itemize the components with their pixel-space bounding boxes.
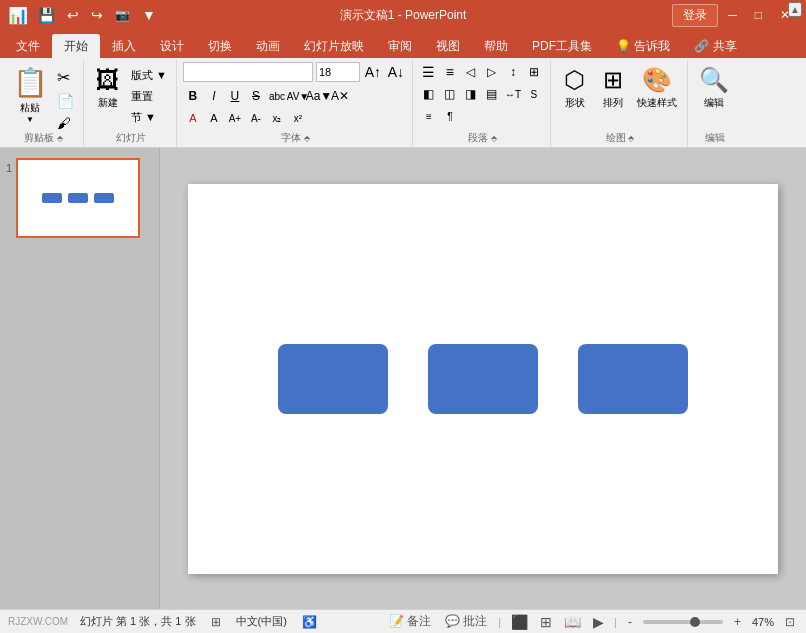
ribbon-tabs: 文件 开始 插入 设计 切换 动画 幻灯片放映 审阅 视图 帮助 PDF工具集 … bbox=[0, 30, 806, 58]
reset-button[interactable]: 重置 bbox=[128, 87, 170, 106]
tab-design[interactable]: 设计 bbox=[148, 34, 196, 58]
font-color-btn[interactable]: A bbox=[183, 108, 203, 128]
fit-slide-btn[interactable]: ⊞ bbox=[208, 615, 224, 629]
slide-canvas[interactable] bbox=[188, 184, 778, 574]
minimize-button[interactable]: ─ bbox=[720, 6, 745, 24]
italic-button[interactable]: I bbox=[204, 86, 224, 106]
justify-btn[interactable]: ▤ bbox=[482, 84, 502, 104]
quick-dropdown-btn[interactable]: ▼ bbox=[138, 5, 160, 25]
zoom-slider[interactable] bbox=[643, 620, 723, 624]
thumb-shape-3 bbox=[94, 193, 114, 203]
increase-indent-btn[interactable]: ▷ bbox=[482, 62, 502, 82]
slide-thumbnail[interactable] bbox=[16, 158, 140, 238]
font-size-input[interactable] bbox=[316, 62, 360, 82]
tab-file[interactable]: 文件 bbox=[4, 34, 52, 58]
shape-2[interactable] bbox=[428, 344, 538, 414]
powerpoint-icon: 📊 bbox=[8, 6, 26, 24]
copy-button[interactable]: 📄 bbox=[54, 91, 77, 111]
smartart-btn[interactable]: S bbox=[524, 84, 544, 104]
font-label: 字体 ⬘ bbox=[281, 131, 310, 145]
quick-undo-btn[interactable]: ↩ bbox=[63, 5, 83, 25]
slide-info: 幻灯片 第 1 张，共 1 张 bbox=[80, 614, 196, 629]
numbered-list-btn[interactable]: ≡ bbox=[440, 62, 460, 82]
subscript-btn[interactable]: x₂ bbox=[267, 108, 287, 128]
tab-review[interactable]: 审阅 bbox=[376, 34, 424, 58]
fit-window-btn[interactable]: ⊡ bbox=[782, 615, 798, 629]
paste-button[interactable]: 📋 粘贴 ▼ bbox=[9, 62, 52, 138]
drawing-group: ⬡ 形状 ⊞ 排列 🎨 快速样式 绘图 ⬘ bbox=[553, 60, 688, 147]
font-top-row: A↑ A↓ bbox=[183, 62, 406, 82]
align-left-btn[interactable]: ◧ bbox=[419, 84, 439, 104]
divider-2: | bbox=[614, 616, 617, 628]
arrange-button[interactable]: ⊞ 排列 bbox=[595, 62, 631, 124]
ribbon-toolbar: 📋 粘贴 ▼ ✂ 📄 🖌 剪贴板 ⬘ 🖼 新建 版式 ▼ bbox=[0, 58, 806, 148]
tab-view[interactable]: 视图 bbox=[424, 34, 472, 58]
slideshow-btn[interactable]: ▶ bbox=[591, 614, 606, 630]
tab-share[interactable]: 🔗 共享 bbox=[682, 34, 748, 58]
layout-button[interactable]: 版式 ▼ bbox=[128, 66, 170, 85]
zoom-out-btn[interactable]: - bbox=[625, 615, 635, 629]
comments-btn[interactable]: 💬 批注 bbox=[442, 613, 490, 630]
underline-button[interactable]: U bbox=[225, 86, 245, 106]
cut-button[interactable]: ✂ bbox=[54, 66, 77, 89]
status-bar-right: 📝 备注 💬 批注 | ⬛ ⊞ 📖 ▶ | - + 47% ⊡ bbox=[386, 613, 798, 630]
shape-3[interactable] bbox=[578, 344, 688, 414]
quick-screenshot-btn[interactable]: 📷 bbox=[111, 6, 134, 24]
decrease-font-btn[interactable]: A↓ bbox=[386, 62, 406, 82]
bullet-list-btn[interactable]: ☰ bbox=[419, 62, 439, 82]
line-spacing-btn[interactable]: ↕ bbox=[503, 62, 523, 82]
zoom-level: 47% bbox=[752, 616, 774, 628]
slide-sorter-btn[interactable]: ⊞ bbox=[538, 614, 554, 630]
quick-styles-button[interactable]: 🎨 快速样式 bbox=[633, 62, 681, 124]
slide-number: 1 bbox=[6, 162, 12, 174]
title-bar-right: 登录 ─ □ ✕ bbox=[672, 4, 798, 27]
zoom-thumb bbox=[690, 617, 700, 627]
font-name-input[interactable] bbox=[183, 62, 313, 82]
highlight-color-btn[interactable]: A bbox=[204, 108, 224, 128]
main-area: 1 bbox=[0, 148, 806, 609]
align-center-btn[interactable]: ◫ bbox=[440, 84, 460, 104]
shadow-button[interactable]: abc bbox=[267, 86, 287, 106]
strikethrough-button[interactable]: S bbox=[246, 86, 266, 106]
tab-help[interactable]: 帮助 bbox=[472, 34, 520, 58]
tab-pdf[interactable]: PDF工具集 bbox=[520, 34, 604, 58]
text-direction-btn[interactable]: ↔T bbox=[503, 84, 523, 104]
decrease-indent-btn[interactable]: ◁ bbox=[461, 62, 481, 82]
title-bar: 📊 💾 ↩ ↪ 📷 ▼ 演示文稿1 - PowerPoint 登录 ─ □ ✕ bbox=[0, 0, 806, 30]
reading-view-btn[interactable]: 📖 bbox=[562, 614, 583, 630]
notes-btn[interactable]: 📝 备注 bbox=[386, 613, 434, 630]
shape-1[interactable] bbox=[278, 344, 388, 414]
tab-tell-me[interactable]: 💡 告诉我 bbox=[604, 34, 682, 58]
accessibility-btn[interactable]: ♿ bbox=[299, 615, 320, 629]
clear-format-btn[interactable]: A✕ bbox=[330, 86, 350, 106]
increase-font-btn[interactable]: A↑ bbox=[363, 62, 383, 82]
new-slide-button[interactable]: 🖼 新建 bbox=[90, 62, 126, 124]
tab-transitions[interactable]: 切换 bbox=[196, 34, 244, 58]
section-button[interactable]: 节 ▼ bbox=[128, 108, 170, 127]
fontsize-smaller-btn[interactable]: A- bbox=[246, 108, 266, 128]
normal-view-btn[interactable]: ⬛ bbox=[509, 614, 530, 630]
format-painter-button[interactable]: 🖌 bbox=[54, 113, 77, 133]
bold-button[interactable]: B bbox=[183, 86, 203, 106]
fontsize-larger-btn[interactable]: A+ bbox=[225, 108, 245, 128]
tab-insert[interactable]: 插入 bbox=[100, 34, 148, 58]
columns-btn[interactable]: ⊞ bbox=[524, 62, 544, 82]
align-right-btn[interactable]: ◨ bbox=[461, 84, 481, 104]
tab-animations[interactable]: 动画 bbox=[244, 34, 292, 58]
drawing-label: 绘图 ⬘ bbox=[606, 131, 635, 145]
text-align-btn[interactable]: ≡ bbox=[419, 106, 439, 126]
login-button[interactable]: 登录 bbox=[672, 4, 718, 27]
superscript-btn[interactable]: x² bbox=[288, 108, 308, 128]
tab-slideshow[interactable]: 幻灯片放映 bbox=[292, 34, 376, 58]
edit-button[interactable]: 🔍 编辑 bbox=[695, 62, 733, 124]
slides-group: 🖼 新建 版式 ▼ 重置 节 ▼ 幻灯片 bbox=[86, 60, 177, 147]
tab-home[interactable]: 开始 bbox=[52, 34, 100, 58]
quick-redo-btn[interactable]: ↪ bbox=[87, 5, 107, 25]
shapes-button[interactable]: ⬡ 形状 bbox=[557, 62, 593, 124]
maximize-button[interactable]: □ bbox=[747, 6, 770, 24]
paragraph-btn[interactable]: ¶ bbox=[440, 106, 460, 126]
zoom-in-btn[interactable]: + bbox=[731, 615, 744, 629]
ribbon-collapse-btn[interactable]: ▲ bbox=[788, 2, 802, 17]
quick-save-btn[interactable]: 💾 bbox=[34, 5, 59, 25]
fontcase-button[interactable]: Aa▼ bbox=[309, 86, 329, 106]
